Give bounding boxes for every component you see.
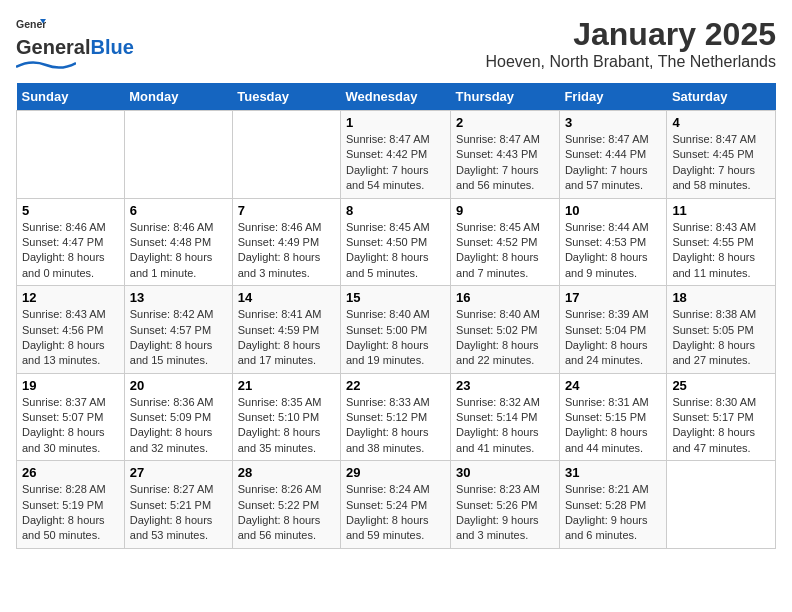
calendar-cell: 22Sunrise: 8:33 AM Sunset: 5:12 PM Dayli… <box>340 373 450 461</box>
day-number: 9 <box>456 203 554 218</box>
day-info: Sunrise: 8:44 AM Sunset: 4:53 PM Dayligh… <box>565 220 661 282</box>
day-info: Sunrise: 8:45 AM Sunset: 4:52 PM Dayligh… <box>456 220 554 282</box>
day-info: Sunrise: 8:26 AM Sunset: 5:22 PM Dayligh… <box>238 482 335 544</box>
calendar-cell: 23Sunrise: 8:32 AM Sunset: 5:14 PM Dayli… <box>451 373 560 461</box>
week-row-1: 1Sunrise: 8:47 AM Sunset: 4:42 PM Daylig… <box>17 111 776 199</box>
day-number: 24 <box>565 378 661 393</box>
day-number: 15 <box>346 290 445 305</box>
day-info: Sunrise: 8:36 AM Sunset: 5:09 PM Dayligh… <box>130 395 227 457</box>
col-sunday: Sunday <box>17 83 125 111</box>
calendar-cell: 21Sunrise: 8:35 AM Sunset: 5:10 PM Dayli… <box>232 373 340 461</box>
day-info: Sunrise: 8:47 AM Sunset: 4:42 PM Dayligh… <box>346 132 445 194</box>
week-row-3: 12Sunrise: 8:43 AM Sunset: 4:56 PM Dayli… <box>17 286 776 374</box>
day-number: 10 <box>565 203 661 218</box>
col-wednesday: Wednesday <box>340 83 450 111</box>
logo-icon: General <box>16 16 46 34</box>
calendar-cell: 29Sunrise: 8:24 AM Sunset: 5:24 PM Dayli… <box>340 461 450 549</box>
day-info: Sunrise: 8:28 AM Sunset: 5:19 PM Dayligh… <box>22 482 119 544</box>
logo: General GeneralBlue <box>16 16 134 71</box>
day-number: 11 <box>672 203 770 218</box>
logo-wave-icon <box>16 59 76 71</box>
logo-general: General <box>16 36 90 59</box>
calendar-cell: 14Sunrise: 8:41 AM Sunset: 4:59 PM Dayli… <box>232 286 340 374</box>
title-block: January 2025 Hoeven, North Brabant, The … <box>485 16 776 71</box>
calendar-cell: 5Sunrise: 8:46 AM Sunset: 4:47 PM Daylig… <box>17 198 125 286</box>
day-number: 20 <box>130 378 227 393</box>
day-info: Sunrise: 8:27 AM Sunset: 5:21 PM Dayligh… <box>130 482 227 544</box>
day-info: Sunrise: 8:30 AM Sunset: 5:17 PM Dayligh… <box>672 395 770 457</box>
day-info: Sunrise: 8:47 AM Sunset: 4:44 PM Dayligh… <box>565 132 661 194</box>
week-row-4: 19Sunrise: 8:37 AM Sunset: 5:07 PM Dayli… <box>17 373 776 461</box>
calendar-cell: 24Sunrise: 8:31 AM Sunset: 5:15 PM Dayli… <box>559 373 666 461</box>
day-info: Sunrise: 8:31 AM Sunset: 5:15 PM Dayligh… <box>565 395 661 457</box>
day-info: Sunrise: 8:35 AM Sunset: 5:10 PM Dayligh… <box>238 395 335 457</box>
day-info: Sunrise: 8:24 AM Sunset: 5:24 PM Dayligh… <box>346 482 445 544</box>
day-info: Sunrise: 8:46 AM Sunset: 4:49 PM Dayligh… <box>238 220 335 282</box>
week-row-5: 26Sunrise: 8:28 AM Sunset: 5:19 PM Dayli… <box>17 461 776 549</box>
calendar-cell: 26Sunrise: 8:28 AM Sunset: 5:19 PM Dayli… <box>17 461 125 549</box>
col-monday: Monday <box>124 83 232 111</box>
day-number: 23 <box>456 378 554 393</box>
col-friday: Friday <box>559 83 666 111</box>
col-tuesday: Tuesday <box>232 83 340 111</box>
day-number: 4 <box>672 115 770 130</box>
month-title: January 2025 <box>485 16 776 53</box>
day-info: Sunrise: 8:40 AM Sunset: 5:00 PM Dayligh… <box>346 307 445 369</box>
day-number: 8 <box>346 203 445 218</box>
day-info: Sunrise: 8:40 AM Sunset: 5:02 PM Dayligh… <box>456 307 554 369</box>
day-info: Sunrise: 8:33 AM Sunset: 5:12 PM Dayligh… <box>346 395 445 457</box>
calendar-cell: 16Sunrise: 8:40 AM Sunset: 5:02 PM Dayli… <box>451 286 560 374</box>
calendar-cell: 8Sunrise: 8:45 AM Sunset: 4:50 PM Daylig… <box>340 198 450 286</box>
day-info: Sunrise: 8:21 AM Sunset: 5:28 PM Dayligh… <box>565 482 661 544</box>
header-row: Sunday Monday Tuesday Wednesday Thursday… <box>17 83 776 111</box>
col-thursday: Thursday <box>451 83 560 111</box>
calendar-cell: 6Sunrise: 8:46 AM Sunset: 4:48 PM Daylig… <box>124 198 232 286</box>
day-number: 5 <box>22 203 119 218</box>
day-number: 19 <box>22 378 119 393</box>
day-info: Sunrise: 8:32 AM Sunset: 5:14 PM Dayligh… <box>456 395 554 457</box>
day-info: Sunrise: 8:47 AM Sunset: 4:43 PM Dayligh… <box>456 132 554 194</box>
day-number: 14 <box>238 290 335 305</box>
calendar-cell <box>667 461 776 549</box>
calendar-cell: 31Sunrise: 8:21 AM Sunset: 5:28 PM Dayli… <box>559 461 666 549</box>
calendar-cell: 9Sunrise: 8:45 AM Sunset: 4:52 PM Daylig… <box>451 198 560 286</box>
calendar-cell: 25Sunrise: 8:30 AM Sunset: 5:17 PM Dayli… <box>667 373 776 461</box>
calendar-cell: 28Sunrise: 8:26 AM Sunset: 5:22 PM Dayli… <box>232 461 340 549</box>
day-number: 16 <box>456 290 554 305</box>
calendar-cell: 2Sunrise: 8:47 AM Sunset: 4:43 PM Daylig… <box>451 111 560 199</box>
day-info: Sunrise: 8:43 AM Sunset: 4:56 PM Dayligh… <box>22 307 119 369</box>
day-number: 17 <box>565 290 661 305</box>
day-info: Sunrise: 8:45 AM Sunset: 4:50 PM Dayligh… <box>346 220 445 282</box>
calendar-cell: 7Sunrise: 8:46 AM Sunset: 4:49 PM Daylig… <box>232 198 340 286</box>
location-title: Hoeven, North Brabant, The Netherlands <box>485 53 776 71</box>
day-info: Sunrise: 8:46 AM Sunset: 4:47 PM Dayligh… <box>22 220 119 282</box>
calendar-cell <box>17 111 125 199</box>
day-number: 30 <box>456 465 554 480</box>
day-number: 22 <box>346 378 445 393</box>
calendar-cell: 13Sunrise: 8:42 AM Sunset: 4:57 PM Dayli… <box>124 286 232 374</box>
day-info: Sunrise: 8:46 AM Sunset: 4:48 PM Dayligh… <box>130 220 227 282</box>
week-row-2: 5Sunrise: 8:46 AM Sunset: 4:47 PM Daylig… <box>17 198 776 286</box>
day-number: 6 <box>130 203 227 218</box>
col-saturday: Saturday <box>667 83 776 111</box>
calendar-cell: 19Sunrise: 8:37 AM Sunset: 5:07 PM Dayli… <box>17 373 125 461</box>
day-info: Sunrise: 8:23 AM Sunset: 5:26 PM Dayligh… <box>456 482 554 544</box>
calendar-cell: 4Sunrise: 8:47 AM Sunset: 4:45 PM Daylig… <box>667 111 776 199</box>
calendar-cell <box>124 111 232 199</box>
calendar-cell: 27Sunrise: 8:27 AM Sunset: 5:21 PM Dayli… <box>124 461 232 549</box>
day-number: 31 <box>565 465 661 480</box>
calendar-table: Sunday Monday Tuesday Wednesday Thursday… <box>16 83 776 549</box>
day-info: Sunrise: 8:37 AM Sunset: 5:07 PM Dayligh… <box>22 395 119 457</box>
calendar-header: Sunday Monday Tuesday Wednesday Thursday… <box>17 83 776 111</box>
calendar-cell: 17Sunrise: 8:39 AM Sunset: 5:04 PM Dayli… <box>559 286 666 374</box>
calendar-cell: 10Sunrise: 8:44 AM Sunset: 4:53 PM Dayli… <box>559 198 666 286</box>
day-number: 21 <box>238 378 335 393</box>
page-header: General GeneralBlue January 2025 Hoeven,… <box>16 16 776 71</box>
day-number: 25 <box>672 378 770 393</box>
calendar-body: 1Sunrise: 8:47 AM Sunset: 4:42 PM Daylig… <box>17 111 776 549</box>
calendar-cell: 20Sunrise: 8:36 AM Sunset: 5:09 PM Dayli… <box>124 373 232 461</box>
day-info: Sunrise: 8:43 AM Sunset: 4:55 PM Dayligh… <box>672 220 770 282</box>
day-number: 27 <box>130 465 227 480</box>
calendar-cell: 12Sunrise: 8:43 AM Sunset: 4:56 PM Dayli… <box>17 286 125 374</box>
calendar-cell: 1Sunrise: 8:47 AM Sunset: 4:42 PM Daylig… <box>340 111 450 199</box>
